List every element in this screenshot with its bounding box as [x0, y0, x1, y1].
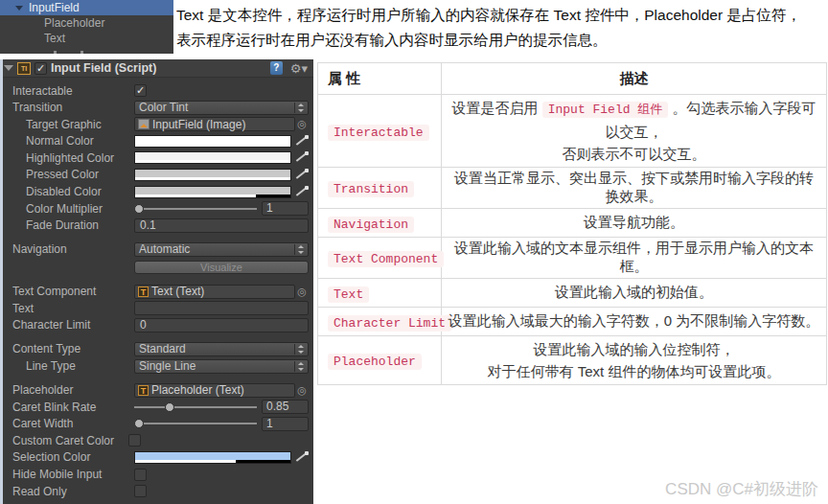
eyedropper-icon[interactable]	[294, 185, 309, 199]
table-header-row: 属 性 描述	[318, 63, 827, 95]
custom-caret-color-checkbox[interactable]: ✓	[128, 434, 141, 447]
foldout-triangle-icon[interactable]	[15, 6, 23, 11]
field-label: Highlighted Color	[0, 151, 134, 165]
placeholder-object-field[interactable]: T Placeholder (Text)	[134, 383, 295, 398]
row-navigation: Navigation Automatic	[0, 241, 313, 258]
help-icon[interactable]: ?	[270, 61, 283, 75]
text-component-object-field[interactable]: T Text (Text)	[134, 285, 295, 299]
hierarchy-item-label: Text	[44, 32, 65, 45]
disabled-color-swatch[interactable]	[134, 186, 291, 198]
eyedropper-icon[interactable]	[294, 150, 309, 165]
row-custom-caret-color: Custom Caret Color ✓	[0, 432, 313, 448]
line-type-dropdown[interactable]: Single Line	[134, 359, 309, 374]
clipped-row-fragment	[54, 51, 57, 54]
description-text: 设置此输入域的初始值。	[442, 279, 827, 308]
inspector-rows: Interactable ✓ Transition Color Tint Tar…	[0, 78, 313, 499]
field-label: Placeholder	[0, 383, 134, 397]
chevron-updown-icon	[294, 344, 304, 355]
eyedropper-icon[interactable]	[294, 134, 309, 149]
normal-color-swatch[interactable]	[134, 135, 291, 148]
chevron-updown-icon	[294, 103, 304, 113]
text-icon: T	[138, 286, 149, 297]
hierarchy-item-text[interactable]: Text	[0, 31, 173, 46]
color-multiplier-slider[interactable]	[134, 201, 257, 217]
table-row: Text 设置此输入域的初始值。	[318, 279, 827, 308]
inputfield-component-icon: TI	[17, 62, 31, 75]
highlighted-color-swatch[interactable]	[134, 151, 291, 164]
hierarchy-item-placeholder[interactable]: Placeholder	[0, 15, 173, 31]
field-label: Read Only	[0, 485, 134, 498]
row-highlighted-color: Highlighted Color	[0, 149, 313, 166]
field-label: Custom Caret Color	[0, 434, 134, 447]
pressed-color-swatch[interactable]	[134, 169, 291, 181]
object-picker-icon[interactable]: ◎	[295, 286, 309, 298]
read-only-checkbox[interactable]: ✓	[134, 485, 147, 497]
color-area	[135, 170, 290, 177]
intro-line-2: 表示程序运行时在用户还没有输入内容时显示给用户的提示信息。	[176, 28, 824, 53]
table-row: Text Component 设置此输入域的文本显示组件，用于显示用户输入的文本…	[318, 238, 827, 279]
field-label: Navigation	[0, 242, 134, 256]
navigation-dropdown[interactable]: Automatic	[134, 242, 309, 257]
row-fade-duration: Fade Duration 0.1	[0, 218, 313, 234]
fade-duration-field[interactable]: 0.1	[134, 218, 309, 233]
alpha-bar	[135, 195, 290, 197]
property-name: Text Component	[328, 251, 444, 267]
dropdown-value: Standard	[139, 342, 294, 355]
content-type-dropdown[interactable]: Standard	[134, 342, 309, 356]
image-icon	[138, 119, 150, 129]
inspector-panel: TI ✓ Input Field (Script) ? ⚙▾ Interacta…	[0, 59, 313, 504]
text-field[interactable]	[134, 301, 309, 315]
transition-dropdown[interactable]: Color Tint	[134, 101, 309, 115]
csdn-watermark: CSDN @C#初级进阶	[665, 478, 818, 500]
object-field-value: Text (Text)	[151, 285, 204, 298]
property-name: Navigation	[328, 217, 414, 233]
object-field-value: InputField (Image)	[152, 118, 245, 131]
caret-blink-rate-slider[interactable]	[134, 400, 257, 415]
row-character-limit: Character Limit 0	[0, 317, 313, 333]
visualize-button[interactable]: Visualize	[134, 261, 309, 274]
foldout-triangle-icon[interactable]	[4, 65, 13, 71]
target-graphic-object-field[interactable]: InputField (Image)	[134, 117, 295, 131]
field-label: Disabled Color	[0, 185, 134, 198]
field-label: Character Limit	[0, 318, 134, 332]
selection-color-swatch[interactable]	[134, 451, 291, 464]
inline-code: Input Field 组件	[542, 102, 669, 118]
row-placeholder: Placeholder T Placeholder (Text) ◎	[0, 382, 313, 399]
hierarchy-item-inputfield[interactable]: InputField	[0, 0, 173, 15]
field-label: Caret Width	[0, 417, 134, 430]
intro-paragraph: Text 是文本控件，程序运行时用户所输入的内容就保存在 Text 控件中，Pl…	[176, 3, 824, 53]
field-label: Line Type	[0, 359, 134, 373]
object-field-value: Placeholder (Text)	[151, 383, 244, 397]
hide-mobile-input-checkbox[interactable]: ✓	[134, 469, 147, 481]
character-limit-field[interactable]: 0	[134, 318, 309, 332]
field-label: Target Graphic	[0, 118, 134, 131]
caret-width-value-field[interactable]: 1	[262, 417, 309, 431]
description-text: 设置当正常显示、突出显示、按下或禁用时输入字段的转换效果。	[442, 168, 827, 209]
caret-width-slider[interactable]	[134, 416, 257, 431]
color-multiplier-value-field[interactable]: 1	[262, 201, 309, 216]
alpha-bar	[135, 144, 290, 147]
row-disabled-color: Disabled Color	[0, 184, 313, 200]
gear-icon[interactable]: ⚙▾	[290, 61, 308, 76]
row-read-only: Read Only ✓	[0, 483, 313, 499]
table-row: Interactable 设置是否启用 Input Field 组件 。勾选表示…	[318, 95, 827, 168]
interactable-checkbox[interactable]: ✓	[134, 84, 147, 97]
eyedropper-icon[interactable]	[294, 168, 309, 182]
description-text: 设置导航功能。	[442, 209, 827, 238]
alpha-bar	[135, 160, 290, 163]
field-label: Interactable	[0, 84, 134, 98]
eyedropper-icon[interactable]	[294, 450, 309, 465]
table-row: Character Limit 设置此输入域最大的输入字符数，0 为不限制输入字…	[318, 308, 827, 336]
object-picker-icon[interactable]: ◎	[295, 118, 309, 130]
caret-blink-rate-value-field[interactable]: 0.85	[262, 400, 309, 414]
intro-line-1: Text 是文本控件，程序运行时用户所输入的内容就保存在 Text 控件中，Pl…	[176, 3, 824, 28]
field-label: Caret Blink Rate	[0, 401, 134, 414]
color-area	[135, 136, 290, 144]
component-header[interactable]: TI ✓ Input Field (Script) ? ⚙▾	[0, 59, 313, 78]
row-hide-mobile-input: Hide Mobile Input ✓	[0, 467, 313, 483]
property-name: Text	[328, 286, 369, 303]
component-enabled-checkbox[interactable]: ✓	[34, 62, 47, 75]
text-icon: T	[138, 385, 149, 396]
field-label: Transition	[0, 101, 134, 114]
object-picker-icon[interactable]: ◎	[295, 384, 309, 397]
